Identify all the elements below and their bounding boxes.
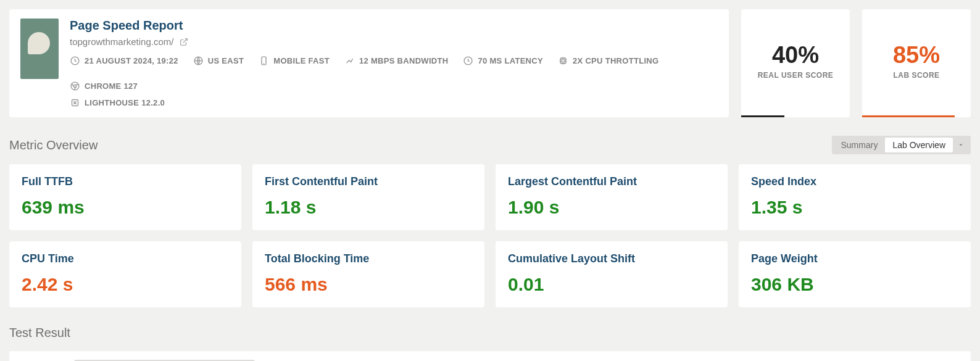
- metric-card-full-ttfb[interactable]: Full TTFB 639 ms: [9, 164, 241, 230]
- metric-card-tbt[interactable]: Total Blocking Time 566 ms: [252, 241, 484, 307]
- metric-card-speed-index[interactable]: Speed Index 1.35 s: [739, 164, 971, 230]
- overview-toggle-group: Summary Lab Overview: [832, 136, 971, 154]
- metric-label: Speed Index: [751, 175, 958, 188]
- metric-label: First Contentful Paint: [265, 175, 472, 188]
- svg-rect-6: [560, 58, 566, 64]
- svg-line-19: [72, 83, 74, 86]
- badge-device: MOBILE FAST: [259, 56, 330, 66]
- report-info: Page Speed Report topgrowthmarketing.com…: [70, 19, 718, 108]
- test-result-card: Timeline FCP (1.2 s) LCP (1.9 s) All (3.…: [9, 351, 971, 361]
- metric-card-cpu-time[interactable]: CPU Time 2.42 s: [9, 241, 241, 307]
- metric-card-page-weight[interactable]: Page Weight 306 KB: [739, 241, 971, 307]
- metric-value: 306 KB: [751, 274, 958, 295]
- metric-label: Page Weight: [751, 252, 958, 265]
- metric-value: 566 ms: [265, 274, 472, 295]
- chrome-icon: [70, 81, 80, 91]
- metric-label: Largest Contentful Paint: [508, 175, 715, 188]
- badge-browser: CHROME 127: [70, 81, 138, 91]
- report-header-card: Page Speed Report topgrowthmarketing.com…: [9, 9, 729, 117]
- cpu-icon: [558, 56, 568, 66]
- real-user-score-value: 40%: [772, 42, 819, 68]
- external-link-icon[interactable]: [178, 36, 189, 47]
- lab-score-value: 85%: [893, 42, 940, 68]
- badge-latency: 70 MS LATENCY: [463, 56, 543, 66]
- lab-score-card[interactable]: 85% LAB SCORE: [862, 9, 971, 117]
- badge-cpu: 2X CPU THROTTLING: [558, 56, 658, 66]
- metric-value: 2.42 s: [22, 274, 229, 295]
- metric-value: 639 ms: [22, 197, 229, 218]
- toggle-dropdown-caret[interactable]: [953, 142, 969, 148]
- globe-icon: [193, 56, 204, 66]
- metric-value: 1.18 s: [265, 197, 472, 218]
- report-url: topgrowthmarketing.com/: [70, 36, 173, 47]
- metric-value: 1.35 s: [751, 197, 958, 218]
- metric-label: Cumulative Layout Shift: [508, 252, 715, 265]
- bandwidth-icon: [344, 56, 355, 66]
- svg-line-0: [183, 38, 187, 42]
- svg-rect-7: [562, 59, 564, 62]
- metric-value: 0.01: [508, 274, 715, 295]
- badge-timestamp: 21 AUGUST 2024, 19:22: [70, 56, 178, 66]
- badge-region: US EAST: [193, 56, 244, 66]
- metric-card-lcp[interactable]: Largest Contentful Paint 1.90 s: [496, 164, 728, 230]
- toggle-summary[interactable]: Summary: [834, 138, 886, 152]
- metric-card-cls[interactable]: Cumulative Layout Shift 0.01: [496, 241, 728, 307]
- metric-value: 1.90 s: [508, 197, 715, 218]
- metrics-grid: Full TTFB 639 ms First Contentful Paint …: [9, 164, 971, 307]
- toggle-lab-overview[interactable]: Lab Overview: [885, 138, 953, 152]
- test-result-title: Test Result: [9, 326, 971, 340]
- metric-label: CPU Time: [22, 252, 229, 265]
- metric-label: Full TTFB: [22, 175, 229, 188]
- badge-lighthouse: LIGHTHOUSE 12.2.0: [70, 98, 165, 108]
- latency-icon: [463, 56, 473, 66]
- badge-bandwidth: 12 MBPS BANDWIDTH: [344, 56, 449, 66]
- real-user-score-label: REAL USER SCORE: [758, 71, 834, 80]
- mobile-icon: [259, 56, 269, 66]
- metric-overview-title: Metric Overview: [9, 138, 98, 152]
- site-thumbnail: [20, 19, 59, 79]
- report-title: Page Speed Report: [70, 19, 718, 33]
- clock-icon: [70, 56, 80, 66]
- caret-down-icon: [958, 142, 964, 148]
- real-user-score-card[interactable]: 40% REAL USER SCORE: [741, 9, 850, 117]
- metric-label: Total Blocking Time: [265, 252, 472, 265]
- lab-score-label: LAB SCORE: [893, 71, 939, 80]
- metric-card-fcp[interactable]: First Contentful Paint 1.18 s: [252, 164, 484, 230]
- lighthouse-icon: [70, 98, 80, 108]
